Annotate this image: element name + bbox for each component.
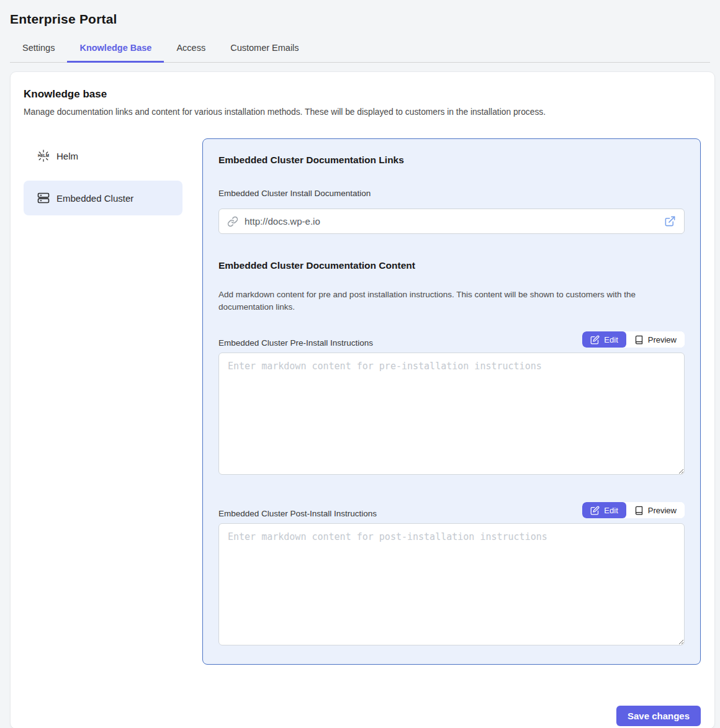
tab-customer-emails[interactable]: Customer Emails: [218, 37, 311, 63]
book-icon: [634, 335, 644, 344]
content-section-description: Add markdown content for pre and post in…: [218, 289, 685, 313]
edit-button-label: Edit: [604, 335, 618, 344]
post-install-edit-button[interactable]: Edit: [582, 502, 626, 518]
link-icon: [227, 216, 238, 227]
edit-button-label: Edit: [604, 506, 618, 515]
tab-knowledge-base[interactable]: Knowledge Base: [67, 37, 164, 63]
nav-item-helm[interactable]: HELM Helm: [24, 138, 182, 173]
pre-install-textarea[interactable]: [218, 353, 685, 475]
nav-item-label: Embedded Cluster: [56, 193, 133, 204]
install-doc-label: Embedded Cluster Install Documentation: [218, 189, 685, 198]
pre-install-label: Embedded Cluster Pre-Install Instruction…: [218, 338, 373, 348]
card-description: Manage documentation links and content f…: [24, 107, 701, 117]
app-header: Enterprise Portal: [0, 0, 720, 27]
edit-pencil-icon: [590, 506, 600, 515]
save-changes-button[interactable]: Save changes: [616, 706, 701, 726]
embedded-cluster-panel: Embedded Cluster Documentation Links Emb…: [202, 138, 701, 665]
footer-actions: Save changes: [24, 706, 701, 726]
nav-item-embedded-cluster[interactable]: Embedded Cluster: [24, 181, 182, 215]
pre-install-mode-toggle: Edit Preview: [582, 331, 685, 348]
server-stack-icon: [36, 191, 51, 205]
page-title: Enterprise Portal: [10, 12, 710, 27]
links-section-title: Embedded Cluster Documentation Links: [218, 155, 685, 166]
nav-item-label: Helm: [56, 151, 78, 161]
card-title: Knowledge base: [24, 88, 701, 101]
svg-text:HELM: HELM: [38, 153, 49, 158]
install-doc-input[interactable]: [245, 216, 658, 227]
preview-button-label: Preview: [648, 506, 677, 515]
post-install-preview-button[interactable]: Preview: [626, 502, 685, 518]
knowledge-base-card: Knowledge base Manage documentation link…: [10, 71, 715, 728]
post-install-mode-toggle: Edit Preview: [582, 502, 685, 518]
pre-install-edit-button[interactable]: Edit: [582, 331, 626, 348]
tab-access[interactable]: Access: [164, 37, 218, 63]
book-icon: [634, 506, 644, 515]
tab-settings[interactable]: Settings: [10, 37, 67, 63]
install-doc-input-wrap: [218, 209, 685, 234]
pre-install-preview-button[interactable]: Preview: [626, 331, 685, 348]
tab-bar: Settings Knowledge Base Access Customer …: [10, 37, 710, 63]
helm-icon: HELM: [36, 148, 51, 163]
edit-pencil-icon: [590, 335, 600, 344]
post-install-label-row: Embedded Cluster Post-Install Instructio…: [218, 502, 685, 518]
pre-install-label-row: Embedded Cluster Pre-Install Instruction…: [218, 331, 685, 348]
preview-button-label: Preview: [648, 335, 677, 344]
post-install-label: Embedded Cluster Post-Install Instructio…: [218, 509, 377, 518]
external-link-icon[interactable]: [664, 215, 676, 227]
content-section-title: Embedded Cluster Documentation Content: [218, 260, 685, 271]
install-method-nav: HELM Helm Embedded Cluster: [24, 138, 182, 215]
content-row: HELM Helm Embedded Cluster Embedde: [24, 138, 701, 665]
post-install-textarea[interactable]: [218, 523, 685, 645]
